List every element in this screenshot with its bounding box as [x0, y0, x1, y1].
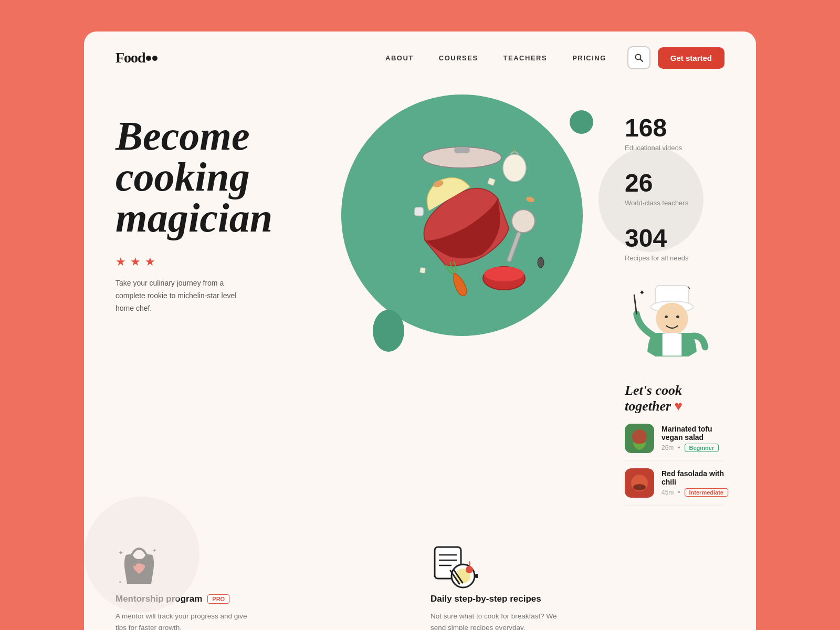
svg-point-13	[484, 267, 524, 281]
svg-point-11	[538, 257, 544, 268]
stat-videos: 168 Educational videos	[625, 116, 724, 152]
svg-point-9	[526, 196, 535, 203]
star-rating: ★ ★ ★	[116, 255, 315, 269]
blob-decoration-2	[570, 110, 593, 134]
hero-stats: 168 Educational videos 26 World-class te…	[609, 94, 724, 513]
nav-item-teachers[interactable]: TEACHERS	[503, 53, 548, 62]
recipe-item-2[interactable]: Red fasolada with chili 45m • Intermedia…	[625, 468, 724, 506]
svg-point-23	[676, 316, 679, 318]
svg-point-22	[665, 316, 668, 318]
nav-item-pricing[interactable]: PRICING	[572, 53, 606, 62]
recipe-meta-1: 26m • Beginner	[662, 444, 724, 452]
nav-links: ABOUT COURSES TEACHERS PRICING	[385, 53, 606, 62]
features-section: ✦ ✦ ✦ Mentorship program PRO A mentor wi…	[84, 534, 756, 630]
svg-point-21	[656, 302, 688, 334]
star-1: ★	[116, 255, 126, 269]
search-button[interactable]	[627, 46, 650, 69]
stat-teachers-label: World-class teachers	[625, 199, 724, 207]
stat-teachers-number: 26	[625, 171, 724, 196]
stat-recipes: 304 Recipes for all needs	[625, 226, 724, 262]
hero-description: Take your culinary journey from a comple…	[116, 277, 242, 314]
recipe-name-1: Marinated tofu vegan salad	[662, 425, 724, 442]
star-3: ★	[145, 255, 155, 269]
star-2: ★	[130, 255, 141, 269]
svg-point-6	[503, 154, 526, 182]
svg-line-1	[640, 59, 643, 62]
feature-mentorship-desc: A mentor will track your progress and gi…	[116, 611, 252, 630]
main-card: Food ABOUT COURSES TEACHERS PRICING Get …	[84, 32, 756, 630]
svg-text:✦: ✦	[639, 288, 645, 297]
recipe-thumb-2	[625, 468, 654, 498]
navbar: Food ABOUT COURSES TEACHERS PRICING Get …	[84, 32, 756, 84]
svg-point-4	[509, 206, 538, 236]
recipe-name-2: Red fasolada with chili	[662, 469, 728, 486]
feature-recipes-desc: Not sure what to cook for breakfast? We …	[430, 611, 567, 630]
recipe-meta-2: 45m • Intermediate	[662, 488, 728, 497]
svg-rect-3	[454, 147, 470, 153]
lets-cook-title: Let's cook together ♥	[625, 383, 724, 414]
logo-dot2	[152, 56, 158, 61]
recipe-info-2: Red fasolada with chili 45m • Intermedia…	[662, 469, 728, 497]
blob-decoration-1	[373, 310, 404, 352]
hero-illustration	[315, 94, 609, 336]
logo-dot1	[146, 56, 151, 61]
svg-point-40	[466, 566, 473, 573]
features-list: ✦ ✦ ✦ Mentorship program PRO A mentor wi…	[116, 544, 724, 630]
hero-title: Become cooking magician	[116, 116, 315, 238]
hero-left: Become cooking magician ★ ★ ★ Take your …	[116, 94, 315, 314]
hero-circle	[341, 94, 583, 336]
heart-icon: ♥	[675, 398, 682, 414]
svg-rect-14	[487, 177, 495, 185]
chef-illustration-wrapper: ✦ ✦ ✦	[625, 281, 724, 506]
svg-point-29	[633, 484, 646, 490]
hero-section: Become cooking magician ★ ★ ★ Take your …	[84, 84, 756, 534]
search-icon	[634, 53, 644, 62]
recipe-level-2: Intermediate	[685, 488, 728, 497]
kitchen-illustration	[362, 116, 562, 315]
recipe-info-1: Marinated tofu vegan salad 26m • Beginne…	[662, 425, 724, 452]
nav-item-about[interactable]: ABOUT	[385, 53, 414, 62]
pro-badge: PRO	[207, 594, 229, 604]
recipe-time-1: 26m	[662, 444, 674, 452]
stat-recipes-label: Recipes for all needs	[625, 254, 724, 262]
recipe-item-1[interactable]: Marinated tofu vegan salad 26m • Beginne…	[625, 424, 724, 461]
recipe-time-2: 45m	[662, 489, 674, 496]
logo: Food	[116, 49, 158, 66]
get-started-button[interactable]: Get started	[658, 47, 724, 69]
stat-recipes-number: 304	[625, 226, 724, 251]
bg-blob-left	[84, 497, 200, 612]
stat-videos-number: 168	[625, 116, 724, 141]
feature-recipes: Daily step-by-step recipes Not sure what…	[430, 544, 724, 630]
recipe-level-1: Beginner	[685, 444, 719, 452]
recipe-thumb-1	[625, 424, 654, 453]
stat-teachers: 26 World-class teachers	[625, 171, 724, 207]
svg-rect-5	[507, 232, 521, 262]
chef-illustration: ✦ ✦ ✦	[625, 281, 719, 375]
feature-recipes-title: Daily step-by-step recipes	[430, 594, 704, 604]
svg-rect-10	[415, 207, 423, 216]
svg-rect-15	[419, 267, 426, 274]
nav-item-courses[interactable]: COURSES	[439, 53, 478, 62]
stat-videos-label: Educational videos	[625, 144, 724, 152]
recipe-icon	[430, 544, 478, 592]
svg-point-26	[632, 429, 647, 444]
